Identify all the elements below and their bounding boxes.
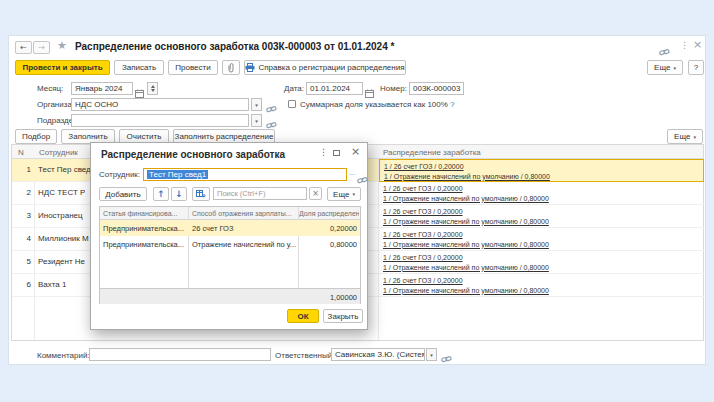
dialog-more-button[interactable]: Еще▾ bbox=[327, 187, 361, 201]
table-more-button[interactable]: Еще▾ bbox=[667, 129, 703, 144]
method-cell: 26 счет ГОЗ bbox=[192, 224, 296, 233]
dialog-employee-field[interactable]: Тест Пер свед1 bbox=[143, 168, 347, 181]
sum-share-checkbox[interactable] bbox=[288, 100, 296, 108]
dialog-close-icon[interactable]: × bbox=[351, 145, 360, 158]
distribution-link-2[interactable]: 1 / Отражение начислений по умолчанию / … bbox=[384, 172, 703, 182]
employee-name: Вахта 1 bbox=[38, 280, 66, 289]
pick-button[interactable]: Подбор bbox=[15, 129, 57, 144]
distribution-cell[interactable]: 1 / 26 счет ГОЗ / 0,20000 1 / Отражение … bbox=[379, 251, 704, 274]
forward-icon: → bbox=[38, 43, 45, 52]
post-button[interactable]: Провести bbox=[168, 60, 218, 75]
month-field[interactable]: Январь 2024 bbox=[71, 82, 133, 95]
department-field[interactable] bbox=[71, 114, 249, 127]
share-cell: 0,20000 bbox=[299, 224, 357, 233]
share-cell: 0,80000 bbox=[299, 240, 357, 249]
responsible-link-icon[interactable] bbox=[441, 350, 452, 368]
responsible-field[interactable]: Савинская З.Ю. (Систем bbox=[331, 348, 425, 361]
distribution-link-2[interactable]: 1 / Отражение начислений по умолчанию / … bbox=[383, 286, 704, 296]
dialog-more-icon[interactable]: ⋮ bbox=[319, 147, 328, 157]
attachment-button[interactable] bbox=[222, 60, 240, 75]
distribution-cell[interactable]: 1 / 26 счет ГОЗ / 0,20000 1 / Отражение … bbox=[379, 182, 704, 205]
help-button[interactable]: ? bbox=[688, 60, 704, 75]
comment-input[interactable] bbox=[89, 348, 271, 361]
employee-name: Резидент Не bbox=[38, 257, 85, 266]
organization-value: НДС ОСНО bbox=[75, 100, 118, 109]
window-more-icon[interactable]: ⋮ bbox=[680, 40, 689, 50]
arrow-up-icon: ↑ bbox=[157, 189, 165, 199]
dialog-maximize-icon[interactable] bbox=[333, 150, 340, 156]
nav-forward-button[interactable]: → bbox=[33, 41, 50, 54]
col-article-header[interactable]: Статья финансирова... bbox=[103, 210, 186, 217]
get-link-icon[interactable] bbox=[659, 43, 670, 61]
chevron-down-icon: ▾ bbox=[352, 191, 355, 197]
responsible-value: Савинская З.Ю. (Систем bbox=[335, 350, 425, 359]
row-number: 3 bbox=[12, 211, 31, 220]
distribution-link-2[interactable]: 1 / Отражение начислений по умолчанию / … bbox=[383, 217, 704, 227]
date-label: Дата: bbox=[284, 84, 304, 93]
table-row[interactable]: Предпринимательска... 26 счет ГОЗ 0,2000… bbox=[100, 220, 360, 236]
paperclip-icon bbox=[227, 63, 235, 73]
search-clear-button[interactable]: × bbox=[309, 187, 322, 200]
employee-selected-text: Тест Пер свед1 bbox=[147, 170, 208, 179]
distribution-link-2[interactable]: 1 / Отражение начислений по умолчанию / … bbox=[383, 263, 704, 273]
registration-help-label: Справка о регистрации распределения bbox=[258, 63, 404, 72]
post-and-close-button[interactable]: Провести и закрыть bbox=[15, 60, 110, 75]
article-cell: Предпринимательска... bbox=[103, 240, 186, 249]
sum-share-text: Суммарная доля указывается как 100% bbox=[300, 100, 448, 109]
move-up-button[interactable]: ↑ bbox=[153, 187, 169, 201]
distribution-link-1[interactable]: 1 / 26 счет ГОЗ / 0,20000 bbox=[383, 207, 704, 217]
toolbar-more-button[interactable]: Еще▾ bbox=[647, 60, 683, 75]
favorite-star-icon[interactable]: ★ bbox=[57, 39, 67, 52]
move-down-button[interactable]: ↓ bbox=[171, 187, 187, 201]
col-distribution-header[interactable]: Распределение заработка bbox=[383, 148, 481, 157]
sum-share-label: Суммарная доля указывается как 100% ? bbox=[300, 100, 455, 109]
number-field[interactable]: 003К-000003 bbox=[409, 82, 464, 95]
organization-dropdown-button[interactable]: ▾ bbox=[251, 98, 262, 111]
responsible-dropdown-button[interactable]: ▾ bbox=[426, 348, 437, 361]
window-close-icon[interactable]: × bbox=[693, 38, 702, 51]
registration-help-button[interactable]: Справка о регистрации распределения bbox=[244, 60, 406, 75]
distribution-cell[interactable]: 1 / 26 счет ГОЗ / 0,20000 1 / Отражение … bbox=[379, 274, 704, 297]
totals-row: 1,00000 bbox=[100, 288, 360, 304]
nav-back-button[interactable]: ← bbox=[15, 41, 32, 54]
distribution-dialog: Распределение основного заработка ⋮ × Со… bbox=[90, 142, 368, 330]
month-label: Месяц: bbox=[37, 84, 63, 93]
col-method-header[interactable]: Способ отражения зарплаты... bbox=[192, 210, 296, 217]
add-button[interactable]: Добавить bbox=[99, 187, 147, 201]
export-list-button[interactable] bbox=[192, 187, 210, 201]
save-button[interactable]: Записать bbox=[114, 60, 164, 75]
distribution-link-1[interactable]: 1 / 26 счет ГОЗ / 0,20000 bbox=[383, 184, 704, 194]
number-value: 003К-000003 bbox=[413, 84, 460, 93]
distribution-link-1[interactable]: 1 / 26 счет ГОЗ / 0,20000 bbox=[384, 162, 703, 172]
row-number: 4 bbox=[12, 234, 31, 243]
col-num-header[interactable]: N bbox=[18, 148, 24, 157]
row-number: 1 bbox=[12, 165, 31, 174]
row-number: 5 bbox=[12, 257, 31, 266]
employee-choose-icon[interactable]: ... bbox=[349, 169, 355, 176]
chevron-down-icon: ▾ bbox=[430, 352, 433, 358]
col-share-header[interactable]: Доля распределения bbox=[299, 210, 359, 217]
stepper-up-icon bbox=[151, 85, 155, 88]
department-dropdown-button[interactable]: ▾ bbox=[251, 114, 262, 127]
distribution-link-2[interactable]: 1 / Отражение начислений по умолчанию / … bbox=[383, 194, 704, 204]
chevron-down-icon: ▾ bbox=[255, 118, 258, 124]
distribution-cell[interactable]: 1 / 26 счет ГОЗ / 0,20000 1 / Отражение … bbox=[379, 205, 704, 228]
month-stepper[interactable] bbox=[147, 82, 158, 95]
table-row[interactable]: Предпринимательска... Отражение начислен… bbox=[100, 236, 360, 252]
distribution-link-1[interactable]: 1 / 26 счет ГОЗ / 0,20000 bbox=[383, 230, 704, 240]
search-input[interactable] bbox=[213, 187, 307, 200]
distribution-link-2[interactable]: 1 / Отражение начислений по умолчанию / … bbox=[383, 240, 704, 250]
distribution-cell[interactable]: 1 / 26 счет ГОЗ / 0,20000 1 / Отражение … bbox=[379, 228, 704, 251]
date-field[interactable]: 01.01.2024 bbox=[306, 82, 363, 95]
col-employee-header[interactable]: Сотрудник bbox=[39, 148, 78, 157]
distribution-link-1[interactable]: 1 / 26 счет ГОЗ / 0,20000 bbox=[383, 276, 704, 286]
ok-button[interactable]: ОК bbox=[287, 309, 319, 323]
article-cell: Предпринимательска... bbox=[103, 224, 186, 233]
sum-share-hint-icon[interactable]: ? bbox=[450, 100, 454, 109]
close-button[interactable]: Закрыть bbox=[323, 309, 363, 323]
row-number: 6 bbox=[12, 280, 31, 289]
distribution-cell[interactable]: 1 / 26 счет ГОЗ / 0,20000 1 / Отражение … bbox=[379, 159, 704, 182]
distribution-link-1[interactable]: 1 / 26 счет ГОЗ / 0,20000 bbox=[383, 253, 704, 263]
organization-field[interactable]: НДС ОСНО bbox=[71, 98, 249, 111]
date-value: 01.01.2024 bbox=[310, 84, 350, 93]
